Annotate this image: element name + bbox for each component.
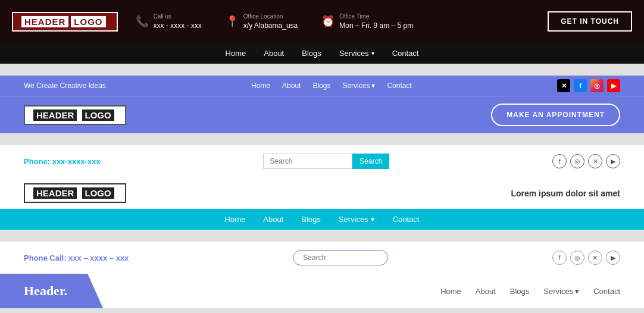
header2-wrapper: We Create Creative Ideas Home About Blog…: [0, 76, 644, 133]
header1-nav: Home About Blogs Services ▾ Contact: [0, 43, 644, 64]
header4-wrapper: Phone Call: xxx – xxxx – xxx f ◎ ✕ ▶ Hea…: [0, 242, 644, 308]
h4-instagram-icon[interactable]: ◎: [570, 251, 584, 265]
nav4-blogs[interactable]: Blogs: [510, 287, 530, 296]
header2-logo-prefix: HEADER: [33, 109, 77, 121]
youtube-icon[interactable]: ▶: [607, 79, 620, 92]
twitter-icon[interactable]: ✕: [557, 79, 570, 92]
location-icon: 📍: [226, 15, 239, 28]
nav1-about[interactable]: About: [264, 49, 284, 58]
header3-logo: HEADER LOGO: [24, 183, 126, 203]
get-in-touch-button[interactable]: GET IN TOUCH: [548, 11, 632, 32]
header3-search-area: Search: [263, 154, 389, 169]
nav1-contact[interactable]: Contact: [392, 49, 419, 58]
header2-social: ✕ f ◎ ▶: [557, 79, 620, 92]
nav1-home[interactable]: Home: [226, 49, 246, 58]
header3-search-button[interactable]: Search: [352, 154, 389, 169]
header4-logo-text: Header.: [24, 283, 67, 298]
header1-logo: HEADERLOGO: [12, 12, 118, 32]
h3-instagram-icon[interactable]: ◎: [570, 154, 584, 168]
instagram-icon[interactable]: ◎: [590, 79, 604, 92]
call-label: Call us: [154, 13, 202, 20]
header4-search-area: [293, 250, 388, 265]
h4-youtube-icon[interactable]: ▶: [606, 251, 620, 265]
header2-nav: Home About Blogs Services ▾ Contact: [251, 82, 412, 90]
office-label: Office Location: [243, 13, 298, 20]
header1-logo-prefix: HEADER: [21, 16, 68, 27]
nav3-contact[interactable]: Contact: [393, 215, 420, 224]
header4-search-input[interactable]: [293, 250, 388, 265]
nav2-services[interactable]: Services ▾: [342, 82, 375, 90]
facebook-icon[interactable]: f: [574, 79, 587, 92]
header1-bar: HEADERLOGO 📞 Call us xxx - xxxx - xxx 📍 …: [0, 0, 644, 43]
nav4-home[interactable]: Home: [440, 287, 461, 296]
services-arrow-icon: ▾: [371, 50, 374, 57]
header3-tagline: Lorem ipsum dolor sit amet: [511, 189, 620, 198]
nav4-services[interactable]: Services ▾: [543, 287, 579, 296]
header3-top: Phone: xxx-xxxx-xxx Search f ◎ ✕ ▶: [0, 145, 644, 177]
header3-logo-prefix: HEADER: [33, 187, 77, 199]
header4-logo-area: Header.: [0, 274, 103, 308]
header1-logo-suffix: LOGO: [71, 16, 105, 27]
nav1-services[interactable]: Services ▾: [339, 49, 374, 58]
h3-twitter-icon[interactable]: ✕: [588, 154, 602, 168]
header2-logo-suffix: LOGO: [82, 109, 114, 121]
header3-nav: Home About Blogs Services ▾ Contact: [0, 209, 644, 230]
bottom-spacer: [0, 308, 644, 313]
office-value: x/y Alabama_usa: [243, 21, 298, 30]
call-info: 📞 Call us xxx - xxxx - xxx: [136, 13, 202, 30]
nav2-home[interactable]: Home: [251, 82, 270, 90]
header4-top: Phone Call: xxx – xxxx – xxx f ◎ ✕ ▶: [0, 242, 644, 274]
nav3-services-arrow: ▾: [371, 215, 375, 224]
nav4-services-arrow: ▾: [575, 287, 579, 296]
nav2-about[interactable]: About: [282, 82, 301, 90]
call-value: xxx - xxxx - xxx: [154, 21, 202, 30]
header4-social: f ◎ ✕ ▶: [552, 251, 620, 265]
clock-icon: ⏰: [321, 15, 334, 28]
header3-wrapper: Phone: xxx-xxxx-xxx Search f ◎ ✕ ▶ HEADE…: [0, 145, 644, 230]
header2-top: We Create Creative Ideas Home About Blog…: [0, 76, 644, 96]
nav3-services[interactable]: Services ▾: [339, 215, 375, 224]
nav2-contact[interactable]: Contact: [387, 82, 411, 90]
h3-facebook-icon[interactable]: f: [552, 154, 567, 168]
header3-logo-suffix: LOGO: [82, 187, 114, 199]
nav4-contact[interactable]: Contact: [593, 287, 620, 296]
time-label: Office Time: [339, 13, 413, 20]
header2-bottom: HEADER LOGO MAKE AN APPOINTMENT: [0, 96, 644, 133]
header3-social: f ◎ ✕ ▶: [552, 154, 620, 168]
time-info: ⏰ Office Time Mon – Fri. 9 am – 5 pm: [321, 13, 413, 30]
nav3-home[interactable]: Home: [225, 215, 246, 224]
header4-nav-area: Home About Blogs Services ▾ Contact: [103, 287, 644, 296]
phone-icon: 📞: [136, 15, 149, 28]
office-info: 📍 Office Location x/y Alabama_usa: [226, 13, 298, 30]
nav3-about[interactable]: About: [263, 215, 283, 224]
header4-bottom: Header. Home About Blogs Services ▾ Cont…: [0, 274, 644, 308]
time-value: Mon – Fri. 9 am – 5 pm: [339, 21, 413, 30]
header2-logo: HEADER LOGO: [24, 105, 126, 125]
nav3-blogs[interactable]: Blogs: [301, 215, 321, 224]
nav4-about[interactable]: About: [476, 287, 496, 296]
header3-phone: Phone: xxx-xxxx-xxx: [24, 157, 101, 166]
nav2-blogs[interactable]: Blogs: [312, 82, 330, 90]
h3-youtube-icon[interactable]: ▶: [606, 154, 620, 168]
header2-tagline: We Create Creative Ideas: [24, 82, 106, 90]
nav1-blogs[interactable]: Blogs: [302, 49, 321, 58]
header3-search-input[interactable]: [263, 154, 352, 169]
nav2-services-arrow: ▾: [371, 82, 375, 90]
header1-info: 📞 Call us xxx - xxxx - xxx 📍 Office Loca…: [136, 13, 548, 30]
header3-middle: HEADER LOGO Lorem ipsum dolor sit amet: [0, 177, 644, 209]
header4-phone: Phone Call: xxx – xxxx – xxx: [24, 253, 129, 262]
h4-facebook-icon[interactable]: f: [552, 251, 567, 265]
h4-twitter-icon[interactable]: ✕: [588, 251, 602, 265]
make-appointment-button[interactable]: MAKE AN APPOINTMENT: [491, 104, 620, 126]
